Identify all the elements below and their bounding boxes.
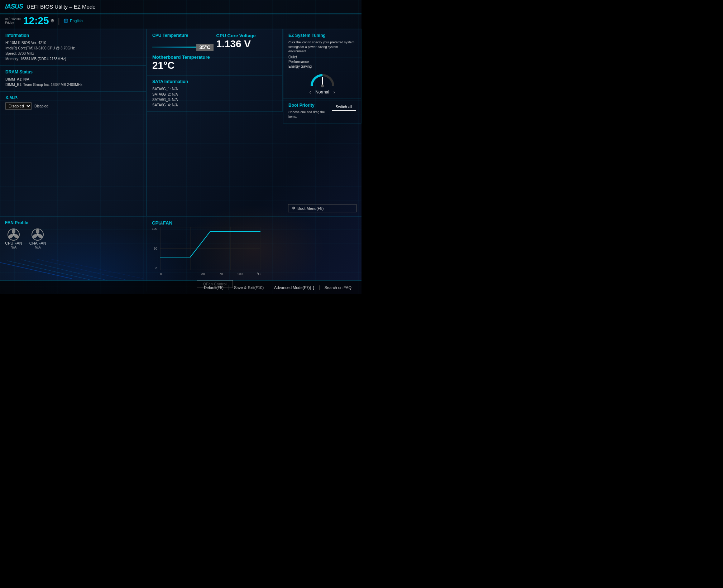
switch-all-button[interactable]: Switch all: [332, 103, 356, 111]
y-label-0: 0: [155, 266, 157, 270]
datetime-row: 01/01/2016 Friday 12:25 ⚙ | 🌐 English: [0, 14, 362, 29]
cpu-temp-value: 35°C: [196, 44, 213, 51]
divider: |: [58, 17, 60, 25]
asus-logo: /ASUS: [5, 3, 23, 10]
chart-title: CPU FAN: [152, 220, 278, 226]
dimm-b1: DIMM_B1: Team Group Inc. 16384MB 2400MHz: [5, 82, 141, 87]
svg-point-1: [321, 85, 324, 87]
cpu-voltage-value: 1.136 V: [216, 38, 278, 50]
globe-icon: 🌐: [63, 19, 68, 23]
cha-fan-value: N/A: [35, 245, 41, 249]
y-label-100: 100: [152, 227, 157, 231]
xmp-status: Disabled: [34, 103, 48, 109]
x-label-30: 30: [201, 272, 205, 276]
boot-menu-button[interactable]: ❄ Boot Menu(F8): [288, 204, 356, 212]
language-selector[interactable]: 🌐 English: [63, 19, 83, 23]
cpu-fan-item: CPU FAN N/A: [5, 228, 22, 249]
info-memory: Memory: 16384 MB (DDR4 2133MHz): [5, 56, 141, 62]
date-text: 01/01/2016: [5, 17, 21, 21]
sata-title: SATA Information: [152, 79, 277, 84]
sata-section: SATA Information SATA6G_1: N/A SATA6G_2:…: [147, 75, 283, 112]
gauge-prev-btn[interactable]: ‹: [309, 89, 311, 95]
cpu-fan-name: CPU FAN: [5, 241, 22, 245]
temp-section: CPU Temperature 35°C Motherboard Tempera…: [147, 29, 283, 75]
x-label-0: 0: [160, 272, 162, 276]
day-text: Friday: [5, 21, 21, 24]
info-title: Information: [5, 33, 141, 38]
sata-port-3: SATA6G_4: N/A: [152, 102, 277, 108]
xmp-title: X.M.P.: [5, 95, 141, 100]
info-speed: Speed: 3700 MHz: [5, 51, 141, 56]
fan-chart-svg: [160, 227, 260, 270]
time-display: 12:25: [23, 15, 49, 26]
gauge-nav: ‹ Normal ›: [309, 89, 335, 95]
bios-title: UEFI BIOS Utility – EZ Mode: [27, 4, 96, 10]
header: /ASUS UEFI BIOS Utility – EZ Mode: [0, 0, 362, 14]
sata-port-1: SATA6G_2: N/A: [152, 92, 277, 97]
tuning-options: Quiet Performance Energy Saving: [288, 55, 356, 68]
ez-tuning-title: EZ System Tuning: [288, 33, 356, 38]
boot-title: Boot Priority: [288, 103, 329, 108]
gear-icon: ⚙: [51, 18, 54, 23]
boot-section: Boot Priority Choose one and drag the it…: [283, 99, 362, 124]
bottom-bar: Default(F5) Save & Exit(F10) Advanced Mo…: [0, 280, 362, 294]
right-lower: ❄ Boot Menu(F8): [283, 124, 362, 216]
save-exit-btn[interactable]: Save & Exit(F10): [229, 285, 269, 290]
dram-title: DRAM Status: [5, 69, 141, 74]
default-btn[interactable]: Default(F5): [199, 285, 229, 290]
ez-tuning-desc: Click the icon to specify your preferred…: [288, 40, 356, 54]
dram-section: DRAM Status DIMM_A1: N/A DIMM_B1: Team G…: [0, 66, 147, 91]
bios-container: /ASUS UEFI BIOS Utility – EZ Mode 01/01/…: [0, 0, 362, 294]
xmp-section: X.M.P. Disabled Disabled: [0, 91, 147, 216]
boot-description: Choose one and drag the items.: [288, 110, 329, 120]
xmp-select[interactable]: Disabled: [5, 102, 32, 110]
sata-port-0: SATA6G_1: N/A: [152, 86, 277, 92]
svg-point-4: [12, 229, 15, 234]
ez-tuning-section: EZ System Tuning Click the icon to speci…: [283, 29, 362, 99]
sata-port-2: SATA6G_3: N/A: [152, 97, 277, 102]
boot-header: Boot Priority Choose one and drag the it…: [288, 103, 356, 120]
language-label: English: [70, 19, 83, 23]
y-axis-label: %: [160, 222, 163, 226]
cha-fan-item: CHA FAN N/A: [29, 228, 46, 249]
advanced-btn[interactable]: Advanced Mode(F7)|–]: [269, 285, 320, 290]
boot-title-block: Boot Priority Choose one and drag the it…: [288, 103, 329, 120]
cpu-voltage-label: CPU Core Voltage: [216, 33, 278, 38]
gauge-mode-label: Normal: [315, 90, 329, 95]
tuning-performance[interactable]: Performance: [288, 60, 356, 64]
info-section: Information H110M-K BIOS Ver. 4210 Intel…: [0, 29, 147, 66]
tuning-energy[interactable]: Energy Saving: [288, 64, 356, 68]
cha-fan-icon: [31, 228, 44, 241]
boot-menu-label: Boot Menu(F8): [297, 206, 324, 211]
fan-profile-title: FAN Profile: [5, 220, 142, 225]
gauge-container: ‹ Normal ›: [288, 70, 356, 95]
info-model: H110M-K BIOS Ver. 4210: [5, 40, 141, 45]
info-cpu: Intel(R) Core(TM) i3-6100 CPU @ 3.70GHz: [5, 45, 141, 51]
x-label-100: 100: [237, 272, 243, 276]
x-axis-unit: °C: [257, 272, 260, 276]
x-label-70: 70: [219, 272, 223, 276]
gauge-next-btn[interactable]: ›: [334, 89, 335, 95]
fan-items-row: CPU FAN N/A CHA FAN N/A: [5, 228, 142, 249]
cpu-fan-value: N/A: [11, 245, 17, 249]
cpu-fan-icon: [7, 228, 20, 241]
mb-temp-label: Motherboard Temperature: [152, 54, 214, 60]
y-label-50: 50: [154, 247, 157, 250]
cpu-temp-label: CPU Temperature: [152, 33, 214, 38]
dimm-a1: DIMM_A1: N/A: [5, 77, 141, 82]
search-btn[interactable]: Search on FAQ: [320, 285, 356, 290]
gauge-svg: [308, 70, 337, 88]
svg-point-9: [36, 229, 39, 234]
mb-temp-value: 21°C: [152, 60, 214, 71]
cha-fan-name: CHA FAN: [29, 241, 46, 245]
snowflake-icon: ❄: [292, 206, 295, 211]
date-block: 01/01/2016 Friday: [5, 17, 21, 24]
tuning-quiet[interactable]: Quiet: [288, 55, 356, 59]
